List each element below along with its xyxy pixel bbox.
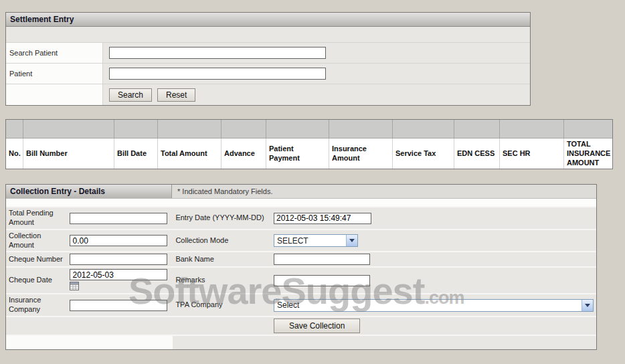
search-patient-label: Search Patient (6, 43, 103, 63)
collection-mode-select[interactable]: SELECT (274, 234, 358, 247)
cheque-number-input[interactable] (70, 254, 167, 265)
page: Settlement Entry Search Patient Patient … (0, 0, 625, 364)
settlement-entry-title: Settlement Entry (10, 15, 74, 24)
patient-input[interactable] (109, 68, 326, 80)
tpa-company-select[interactable]: Select (274, 299, 594, 312)
search-patient-row: Search Patient (6, 43, 530, 64)
collection-mode-label: Collection Mode (173, 230, 271, 253)
save-collection-button[interactable]: Save Collection (274, 318, 360, 333)
chevron-down-icon (346, 235, 357, 246)
bottom-spacer-row (6, 336, 596, 349)
cheque-date-row: Cheque Date Remarks (6, 268, 596, 294)
collection-amount-label: Collection Amount (6, 230, 67, 253)
bank-name-label: Bank Name (173, 252, 271, 268)
settlement-entry-panel: Settlement Entry Search Patient Patient … (5, 12, 531, 106)
spacer (6, 27, 530, 43)
entry-date-label: Entry Date (YYYY-MM-DD) (173, 207, 271, 230)
insurance-company-row: Insurance Company TPA Company Select (6, 294, 596, 317)
collection-form-grid: Total Pending Amount Entry Date (YYYY-MM… (6, 199, 596, 349)
total-pending-input[interactable] (70, 213, 167, 224)
bills-table-header-row: No. Bill Number Bill Date Total Amount A… (6, 139, 612, 169)
reset-button[interactable]: Reset (157, 88, 195, 102)
column-header-bill-number: Bill Number (23, 139, 114, 169)
collection-mode-value: SELECT (277, 236, 308, 246)
chevron-down-icon (582, 300, 593, 311)
entry-date-input[interactable] (274, 213, 371, 224)
column-header-insurance-amount: Insurance Amount (329, 139, 393, 169)
insurance-company-input[interactable] (70, 300, 167, 311)
settlement-buttons-row: Search Reset (6, 84, 530, 105)
column-header-total-insurance-amount: TOTAL INSURANCE AMOUNT (564, 139, 612, 169)
remarks-input[interactable] (274, 275, 370, 286)
column-header-total-amount: Total Amount (158, 139, 221, 169)
save-row: Save Collection (6, 317, 596, 336)
bills-table-top-strip (6, 120, 612, 139)
search-button[interactable]: Search (109, 88, 152, 102)
cheque-number-label: Cheque Number (6, 252, 67, 268)
column-header-service-tax: Service Tax (393, 139, 454, 169)
column-header-patient-payment: Patient Payment (266, 139, 329, 169)
mandatory-fields-note: * Indicated Mandatory Fields. (172, 185, 596, 198)
column-header-advance: Advance (221, 139, 266, 169)
patient-row: Patient (6, 64, 530, 84)
column-header-no: No. (6, 139, 23, 169)
insurance-company-label: Insurance Company (6, 294, 67, 317)
collection-amount-input[interactable] (70, 235, 167, 246)
cheque-date-input[interactable] (70, 269, 167, 280)
settlement-entry-header: Settlement Entry (6, 13, 530, 27)
column-header-bill-date: Bill Date (114, 139, 158, 169)
patient-label: Patient (6, 64, 103, 84)
cheque-number-row: Cheque Number Bank Name (6, 252, 596, 268)
cheque-date-label: Cheque Date (6, 268, 67, 294)
collection-entry-title: Collection Entry - Details (6, 185, 172, 198)
total-pending-label: Total Pending Amount (6, 207, 67, 230)
bills-table: No. Bill Number Bill Date Total Amount A… (5, 119, 613, 169)
tpa-company-label: TPA Company (173, 294, 271, 317)
search-patient-input[interactable] (109, 47, 326, 59)
collection-entry-panel: Collection Entry - Details * Indicated M… (5, 184, 597, 350)
collection-amount-row: Collection Amount Collection Mode SELECT (6, 230, 596, 253)
column-header-edn-cess: EDN CESS (454, 139, 500, 169)
tpa-company-value: Select (277, 300, 299, 310)
calendar-icon[interactable] (70, 282, 79, 290)
total-pending-row: Total Pending Amount Entry Date (YYYY-MM… (6, 207, 596, 230)
remarks-label: Remarks (173, 268, 271, 294)
column-header-sec-hr: SEC HR (500, 139, 564, 169)
bank-name-input[interactable] (274, 254, 370, 265)
empty-label-cell (6, 84, 103, 105)
